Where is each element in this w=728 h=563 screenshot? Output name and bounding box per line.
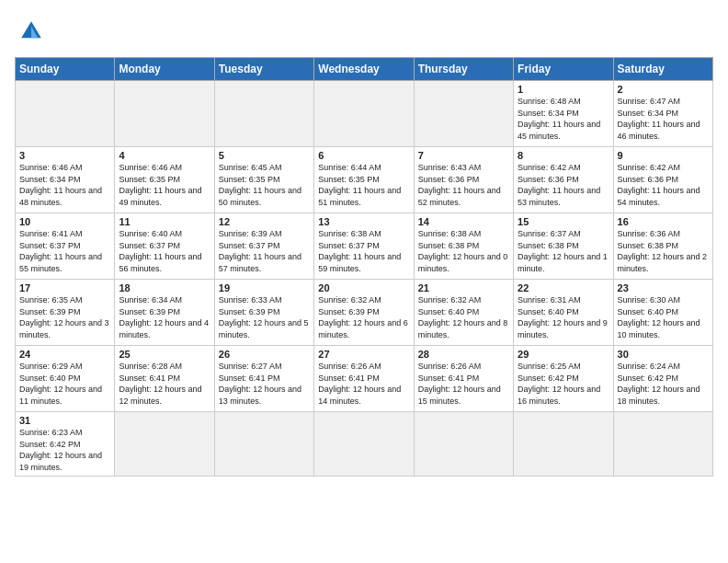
- day-number: 3: [19, 150, 110, 161]
- day-number: 24: [19, 349, 110, 360]
- day-info: Sunrise: 6:34 AM Sunset: 6:39 PM Dayligh…: [119, 294, 210, 340]
- day-info: Sunrise: 6:28 AM Sunset: 6:41 PM Dayligh…: [119, 361, 210, 407]
- calendar-cell: [414, 412, 513, 477]
- calendar-cell: 9Sunrise: 6:42 AM Sunset: 6:36 PM Daylig…: [613, 147, 712, 213]
- calendar-cell: [314, 412, 414, 477]
- day-info: Sunrise: 6:41 AM Sunset: 6:37 PM Dayligh…: [19, 228, 110, 274]
- day-info: Sunrise: 6:29 AM Sunset: 6:40 PM Dayligh…: [19, 361, 110, 407]
- day-number: 11: [119, 216, 210, 227]
- day-number: 4: [119, 150, 210, 161]
- day-number: 18: [119, 282, 210, 293]
- day-number: 2: [618, 84, 709, 95]
- calendar-cell: 19Sunrise: 6:33 AM Sunset: 6:39 PM Dayli…: [214, 280, 313, 346]
- day-number: 31: [19, 415, 110, 426]
- day-info: Sunrise: 6:26 AM Sunset: 6:41 PM Dayligh…: [318, 361, 409, 407]
- calendar-cell: [514, 412, 613, 477]
- calendar-cell: [314, 81, 414, 147]
- calendar-cell: [16, 81, 115, 147]
- day-number: 29: [518, 349, 609, 360]
- day-number: 22: [518, 282, 609, 293]
- day-number: 5: [219, 150, 310, 161]
- day-number: 12: [219, 216, 310, 227]
- day-info: Sunrise: 6:43 AM Sunset: 6:36 PM Dayligh…: [418, 162, 509, 208]
- day-number: 25: [119, 349, 210, 360]
- calendar-cell: [613, 412, 712, 477]
- calendar-cell: 5Sunrise: 6:45 AM Sunset: 6:35 PM Daylig…: [214, 147, 313, 213]
- calendar-cell: 7Sunrise: 6:43 AM Sunset: 6:36 PM Daylig…: [414, 147, 513, 213]
- day-number: 27: [318, 349, 409, 360]
- calendar-cell: 22Sunrise: 6:31 AM Sunset: 6:40 PM Dayli…: [514, 280, 613, 346]
- header-day-tuesday: Tuesday: [214, 58, 313, 81]
- calendar-cell: 3Sunrise: 6:46 AM Sunset: 6:34 PM Daylig…: [16, 147, 115, 213]
- header-day-saturday: Saturday: [613, 58, 712, 81]
- day-number: 16: [618, 216, 709, 227]
- calendar-cell: 20Sunrise: 6:32 AM Sunset: 6:39 PM Dayli…: [314, 280, 414, 346]
- header-day-wednesday: Wednesday: [314, 58, 414, 81]
- calendar-cell: 30Sunrise: 6:24 AM Sunset: 6:42 PM Dayli…: [613, 346, 712, 412]
- header-day-sunday: Sunday: [16, 58, 115, 81]
- day-info: Sunrise: 6:47 AM Sunset: 6:34 PM Dayligh…: [618, 96, 709, 142]
- calendar-cell: 25Sunrise: 6:28 AM Sunset: 6:41 PM Dayli…: [115, 346, 214, 412]
- calendar-cell: [214, 81, 313, 147]
- day-info: Sunrise: 6:36 AM Sunset: 6:38 PM Dayligh…: [618, 228, 709, 274]
- day-info: Sunrise: 6:32 AM Sunset: 6:40 PM Dayligh…: [418, 294, 509, 340]
- general-blue-icon: [15, 15, 48, 48]
- calendar-cell: 29Sunrise: 6:25 AM Sunset: 6:42 PM Dayli…: [514, 346, 613, 412]
- day-info: Sunrise: 6:26 AM Sunset: 6:41 PM Dayligh…: [418, 361, 509, 407]
- day-info: Sunrise: 6:25 AM Sunset: 6:42 PM Dayligh…: [518, 361, 609, 407]
- day-number: 15: [518, 216, 609, 227]
- page: SundayMondayTuesdayWednesdayThursdayFrid…: [0, 0, 728, 563]
- day-number: 1: [518, 84, 609, 95]
- calendar-cell: 17Sunrise: 6:35 AM Sunset: 6:39 PM Dayli…: [16, 280, 115, 346]
- calendar-cell: 13Sunrise: 6:38 AM Sunset: 6:37 PM Dayli…: [314, 213, 414, 280]
- day-number: 6: [318, 150, 409, 161]
- calendar-cell: 4Sunrise: 6:46 AM Sunset: 6:35 PM Daylig…: [115, 147, 214, 213]
- day-info: Sunrise: 6:37 AM Sunset: 6:38 PM Dayligh…: [518, 228, 609, 274]
- header-row: SundayMondayTuesdayWednesdayThursdayFrid…: [16, 58, 713, 81]
- day-number: 14: [418, 216, 509, 227]
- day-info: Sunrise: 6:45 AM Sunset: 6:35 PM Dayligh…: [219, 162, 310, 208]
- day-info: Sunrise: 6:35 AM Sunset: 6:39 PM Dayligh…: [19, 294, 110, 340]
- header-day-thursday: Thursday: [414, 58, 513, 81]
- day-info: Sunrise: 6:23 AM Sunset: 6:42 PM Dayligh…: [19, 427, 110, 473]
- day-number: 10: [19, 216, 110, 227]
- week-row-5: 31Sunrise: 6:23 AM Sunset: 6:42 PM Dayli…: [16, 412, 713, 477]
- header: [15, 15, 713, 48]
- calendar-cell: 1Sunrise: 6:48 AM Sunset: 6:34 PM Daylig…: [514, 81, 613, 147]
- day-number: 7: [418, 150, 509, 161]
- week-row-0: 1Sunrise: 6:48 AM Sunset: 6:34 PM Daylig…: [16, 81, 713, 147]
- day-info: Sunrise: 6:32 AM Sunset: 6:39 PM Dayligh…: [318, 294, 409, 340]
- calendar-header: SundayMondayTuesdayWednesdayThursdayFrid…: [16, 58, 713, 81]
- day-number: 21: [418, 282, 509, 293]
- calendar-cell: 16Sunrise: 6:36 AM Sunset: 6:38 PM Dayli…: [613, 213, 712, 280]
- day-number: 17: [19, 282, 110, 293]
- calendar-cell: 27Sunrise: 6:26 AM Sunset: 6:41 PM Dayli…: [314, 346, 414, 412]
- calendar-cell: [414, 81, 513, 147]
- calendar-cell: 31Sunrise: 6:23 AM Sunset: 6:42 PM Dayli…: [16, 412, 115, 477]
- calendar-cell: 11Sunrise: 6:40 AM Sunset: 6:37 PM Dayli…: [115, 213, 214, 280]
- day-info: Sunrise: 6:40 AM Sunset: 6:37 PM Dayligh…: [119, 228, 210, 274]
- day-number: 28: [418, 349, 509, 360]
- day-number: 19: [219, 282, 310, 293]
- calendar-cell: [115, 81, 214, 147]
- day-number: 9: [618, 150, 709, 161]
- day-info: Sunrise: 6:38 AM Sunset: 6:37 PM Dayligh…: [318, 228, 409, 274]
- day-info: Sunrise: 6:24 AM Sunset: 6:42 PM Dayligh…: [618, 361, 709, 407]
- day-number: 20: [318, 282, 409, 293]
- calendar-cell: 10Sunrise: 6:41 AM Sunset: 6:37 PM Dayli…: [16, 213, 115, 280]
- header-day-monday: Monday: [115, 58, 214, 81]
- calendar-cell: 21Sunrise: 6:32 AM Sunset: 6:40 PM Dayli…: [414, 280, 513, 346]
- calendar-cell: [214, 412, 313, 477]
- day-info: Sunrise: 6:38 AM Sunset: 6:38 PM Dayligh…: [418, 228, 509, 274]
- day-info: Sunrise: 6:27 AM Sunset: 6:41 PM Dayligh…: [219, 361, 310, 407]
- calendar-cell: 18Sunrise: 6:34 AM Sunset: 6:39 PM Dayli…: [115, 280, 214, 346]
- week-row-2: 10Sunrise: 6:41 AM Sunset: 6:37 PM Dayli…: [16, 213, 713, 280]
- week-row-1: 3Sunrise: 6:46 AM Sunset: 6:34 PM Daylig…: [16, 147, 713, 213]
- calendar-cell: 26Sunrise: 6:27 AM Sunset: 6:41 PM Dayli…: [214, 346, 313, 412]
- calendar-cell: 2Sunrise: 6:47 AM Sunset: 6:34 PM Daylig…: [613, 81, 712, 147]
- day-info: Sunrise: 6:39 AM Sunset: 6:37 PM Dayligh…: [219, 228, 310, 274]
- day-number: 26: [219, 349, 310, 360]
- day-info: Sunrise: 6:44 AM Sunset: 6:35 PM Dayligh…: [318, 162, 409, 208]
- day-info: Sunrise: 6:30 AM Sunset: 6:40 PM Dayligh…: [618, 294, 709, 340]
- header-day-friday: Friday: [514, 58, 613, 81]
